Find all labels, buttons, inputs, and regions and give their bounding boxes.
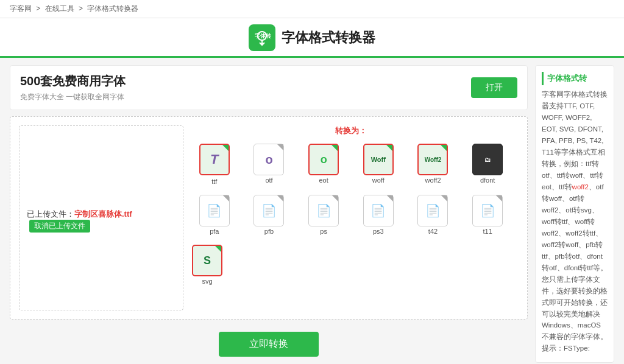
format-label-svg: svg [202, 278, 212, 285]
breadcrumb-page: 字体格式转换器 [87, 4, 138, 13]
format-label-ps: ps [320, 228, 327, 235]
breadcrumb-section[interactable]: 在线工具 [45, 4, 74, 13]
banner-open-button[interactable]: 打开 [471, 77, 517, 98]
sidebar: 字体格式转 字客网字体格式转换器支持TTF, OTF, WOFF, WOFF2,… [535, 65, 614, 363]
upload-area[interactable]: 已上传文件：字制区喜脉体.ttf取消已上传文件 [19, 125, 183, 310]
app-icon: 字体转换 [249, 24, 275, 51]
format-item-pfa[interactable]: 📄 pfa [190, 192, 239, 237]
format-item-ps[interactable]: 📄 ps [299, 192, 349, 237]
format-item-t11[interactable]: 📄 t11 [463, 192, 512, 237]
convert-button[interactable]: 立即转换 [219, 332, 319, 357]
uploaded-filename: 字制区喜脉体.ttf [74, 209, 132, 219]
upload-status: 已上传文件：字制区喜脉体.ttf取消已上传文件 [27, 209, 176, 233]
format-label-ttf: ttf [211, 178, 217, 185]
sidebar-content: 字客网字体格式转换器支持TTF, OTF, WOFF, WOFF2, EOT, … [542, 89, 608, 354]
format-item-eot[interactable]: o eot [299, 141, 349, 187]
format-item-otf[interactable]: o otf [244, 141, 294, 187]
highlight-woff2: woff2 [572, 183, 589, 191]
cancel-upload-button[interactable]: 取消已上传文件 [29, 220, 90, 233]
format-label-woff2: woff2 [425, 177, 441, 184]
format-label-dfont: dfont [480, 177, 495, 184]
breadcrumb: 字客网 > 在线工具 > 字体格式转换器 [0, 0, 624, 18]
breadcrumb-home[interactable]: 字客网 [10, 4, 32, 13]
main-content: 500套免费商用字体 免费字体大全 一键获取全网字体 打开 已上传文件：字制区喜… [0, 58, 624, 364]
format-item-pfb[interactable]: 📄 pfb [244, 192, 294, 237]
format-label-t11: t11 [483, 228, 492, 235]
format-item-dfont[interactable]: 🗂 dfont [463, 141, 512, 187]
format-item-svg[interactable]: S svg [190, 242, 225, 287]
banner: 500套免费商用字体 免费字体大全 一键获取全网字体 打开 [10, 65, 528, 110]
format-item-t42[interactable]: 📄 t42 [408, 192, 458, 237]
format-label-eot: eot [319, 177, 328, 184]
format-label-otf: otf [265, 177, 272, 184]
format-label-t42: t42 [428, 228, 438, 235]
page-header: 字体转换 字体格式转换器 [0, 18, 624, 58]
format-item-ps3[interactable]: 📄 ps3 [353, 192, 403, 237]
format-item-ttf[interactable]: T ttf [190, 141, 239, 187]
convert-label: 转换为： [190, 125, 512, 136]
svg-text:字体转换: 字体转换 [255, 32, 271, 39]
format-label-woff: woff [372, 177, 385, 184]
converter-box: 已上传文件：字制区喜脉体.ttf取消已上传文件 转换为： T [10, 116, 528, 320]
page-title: 字体格式转换器 [282, 29, 375, 47]
format-selector: 转换为： T ttf [183, 125, 519, 310]
format-label-ps3: ps3 [373, 228, 384, 235]
banner-title: 500套免费商用字体 [20, 73, 126, 89]
banner-text: 500套免费商用字体 免费字体大全 一键获取全网字体 [20, 73, 126, 102]
banner-subtitle: 免费字体大全 一键获取全网字体 [20, 92, 126, 102]
format-label-pfa: pfa [210, 228, 219, 235]
sidebar-title: 字体格式转 [542, 72, 608, 85]
format-item-woff[interactable]: Woff woff [353, 141, 403, 187]
format-item-woff2[interactable]: Woff2 woff2 [408, 141, 458, 187]
main-area: 500套免费商用字体 免费字体大全 一键获取全网字体 打开 已上传文件：字制区喜… [10, 65, 528, 363]
convert-button-area: 立即转换 [10, 326, 528, 363]
format-label-pfb: pfb [264, 228, 274, 235]
